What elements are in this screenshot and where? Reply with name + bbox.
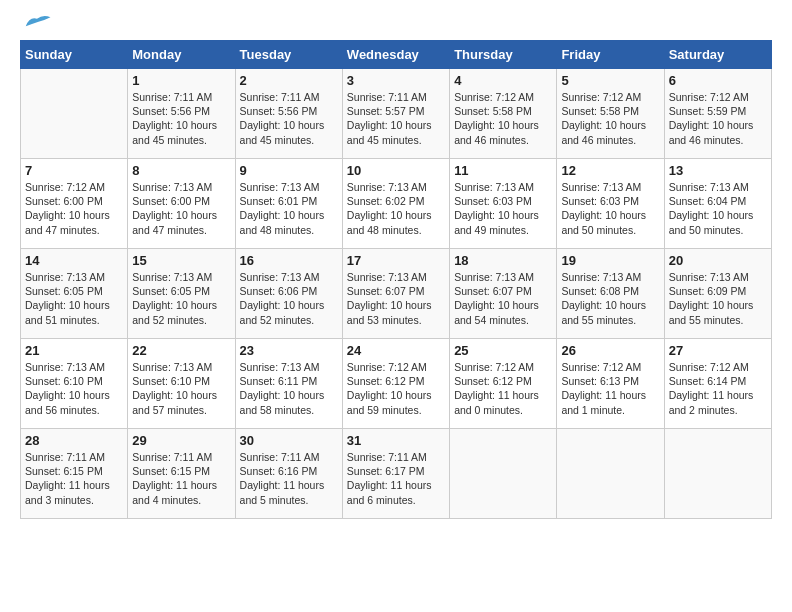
day-number: 10 <box>347 163 445 178</box>
day-number: 22 <box>132 343 230 358</box>
day-info: Sunrise: 7:13 AM Sunset: 6:00 PM Dayligh… <box>132 180 230 237</box>
day-number: 7 <box>25 163 123 178</box>
day-number: 8 <box>132 163 230 178</box>
calendar-cell: 1Sunrise: 7:11 AM Sunset: 5:56 PM Daylig… <box>128 69 235 159</box>
calendar-cell: 17Sunrise: 7:13 AM Sunset: 6:07 PM Dayli… <box>342 249 449 339</box>
day-info: Sunrise: 7:12 AM Sunset: 6:00 PM Dayligh… <box>25 180 123 237</box>
calendar-cell: 10Sunrise: 7:13 AM Sunset: 6:02 PM Dayli… <box>342 159 449 249</box>
column-header-saturday: Saturday <box>664 41 771 69</box>
day-info: Sunrise: 7:11 AM Sunset: 6:17 PM Dayligh… <box>347 450 445 507</box>
calendar-table: SundayMondayTuesdayWednesdayThursdayFrid… <box>20 40 772 519</box>
day-info: Sunrise: 7:13 AM Sunset: 6:03 PM Dayligh… <box>561 180 659 237</box>
day-number: 29 <box>132 433 230 448</box>
day-number: 3 <box>347 73 445 88</box>
day-number: 6 <box>669 73 767 88</box>
calendar-cell: 3Sunrise: 7:11 AM Sunset: 5:57 PM Daylig… <box>342 69 449 159</box>
calendar-cell <box>21 69 128 159</box>
calendar-cell: 2Sunrise: 7:11 AM Sunset: 5:56 PM Daylig… <box>235 69 342 159</box>
day-number: 12 <box>561 163 659 178</box>
logo-bird-icon <box>22 12 52 30</box>
day-info: Sunrise: 7:13 AM Sunset: 6:10 PM Dayligh… <box>132 360 230 417</box>
calendar-cell <box>450 429 557 519</box>
column-header-sunday: Sunday <box>21 41 128 69</box>
day-info: Sunrise: 7:12 AM Sunset: 6:12 PM Dayligh… <box>347 360 445 417</box>
day-number: 14 <box>25 253 123 268</box>
calendar-cell: 13Sunrise: 7:13 AM Sunset: 6:04 PM Dayli… <box>664 159 771 249</box>
column-header-monday: Monday <box>128 41 235 69</box>
day-info: Sunrise: 7:11 AM Sunset: 6:16 PM Dayligh… <box>240 450 338 507</box>
calendar-cell: 31Sunrise: 7:11 AM Sunset: 6:17 PM Dayli… <box>342 429 449 519</box>
day-info: Sunrise: 7:13 AM Sunset: 6:05 PM Dayligh… <box>132 270 230 327</box>
calendar-cell: 27Sunrise: 7:12 AM Sunset: 6:14 PM Dayli… <box>664 339 771 429</box>
day-number: 19 <box>561 253 659 268</box>
day-info: Sunrise: 7:12 AM Sunset: 5:58 PM Dayligh… <box>561 90 659 147</box>
day-info: Sunrise: 7:12 AM Sunset: 5:59 PM Dayligh… <box>669 90 767 147</box>
calendar-cell: 5Sunrise: 7:12 AM Sunset: 5:58 PM Daylig… <box>557 69 664 159</box>
calendar-cell: 26Sunrise: 7:12 AM Sunset: 6:13 PM Dayli… <box>557 339 664 429</box>
calendar-cell: 16Sunrise: 7:13 AM Sunset: 6:06 PM Dayli… <box>235 249 342 339</box>
day-info: Sunrise: 7:13 AM Sunset: 6:05 PM Dayligh… <box>25 270 123 327</box>
calendar-cell <box>664 429 771 519</box>
calendar-cell: 19Sunrise: 7:13 AM Sunset: 6:08 PM Dayli… <box>557 249 664 339</box>
day-number: 23 <box>240 343 338 358</box>
day-number: 5 <box>561 73 659 88</box>
day-info: Sunrise: 7:13 AM Sunset: 6:06 PM Dayligh… <box>240 270 338 327</box>
day-info: Sunrise: 7:12 AM Sunset: 5:58 PM Dayligh… <box>454 90 552 147</box>
day-info: Sunrise: 7:13 AM Sunset: 6:03 PM Dayligh… <box>454 180 552 237</box>
calendar-week-row: 28Sunrise: 7:11 AM Sunset: 6:15 PM Dayli… <box>21 429 772 519</box>
logo <box>20 20 52 30</box>
day-info: Sunrise: 7:12 AM Sunset: 6:13 PM Dayligh… <box>561 360 659 417</box>
day-info: Sunrise: 7:11 AM Sunset: 5:57 PM Dayligh… <box>347 90 445 147</box>
day-info: Sunrise: 7:13 AM Sunset: 6:08 PM Dayligh… <box>561 270 659 327</box>
calendar-cell: 23Sunrise: 7:13 AM Sunset: 6:11 PM Dayli… <box>235 339 342 429</box>
calendar-week-row: 1Sunrise: 7:11 AM Sunset: 5:56 PM Daylig… <box>21 69 772 159</box>
day-info: Sunrise: 7:11 AM Sunset: 6:15 PM Dayligh… <box>132 450 230 507</box>
calendar-week-row: 7Sunrise: 7:12 AM Sunset: 6:00 PM Daylig… <box>21 159 772 249</box>
calendar-cell: 18Sunrise: 7:13 AM Sunset: 6:07 PM Dayli… <box>450 249 557 339</box>
day-number: 13 <box>669 163 767 178</box>
day-number: 1 <box>132 73 230 88</box>
calendar-cell: 8Sunrise: 7:13 AM Sunset: 6:00 PM Daylig… <box>128 159 235 249</box>
calendar-header-row: SundayMondayTuesdayWednesdayThursdayFrid… <box>21 41 772 69</box>
calendar-cell: 7Sunrise: 7:12 AM Sunset: 6:00 PM Daylig… <box>21 159 128 249</box>
day-info: Sunrise: 7:13 AM Sunset: 6:09 PM Dayligh… <box>669 270 767 327</box>
day-info: Sunrise: 7:13 AM Sunset: 6:11 PM Dayligh… <box>240 360 338 417</box>
calendar-cell: 11Sunrise: 7:13 AM Sunset: 6:03 PM Dayli… <box>450 159 557 249</box>
page-header <box>20 20 772 30</box>
calendar-cell: 29Sunrise: 7:11 AM Sunset: 6:15 PM Dayli… <box>128 429 235 519</box>
day-number: 16 <box>240 253 338 268</box>
calendar-cell <box>557 429 664 519</box>
calendar-cell: 28Sunrise: 7:11 AM Sunset: 6:15 PM Dayli… <box>21 429 128 519</box>
day-number: 24 <box>347 343 445 358</box>
day-number: 21 <box>25 343 123 358</box>
day-info: Sunrise: 7:13 AM Sunset: 6:01 PM Dayligh… <box>240 180 338 237</box>
day-info: Sunrise: 7:13 AM Sunset: 6:10 PM Dayligh… <box>25 360 123 417</box>
day-info: Sunrise: 7:13 AM Sunset: 6:04 PM Dayligh… <box>669 180 767 237</box>
day-number: 26 <box>561 343 659 358</box>
day-number: 17 <box>347 253 445 268</box>
day-number: 11 <box>454 163 552 178</box>
column-header-friday: Friday <box>557 41 664 69</box>
day-info: Sunrise: 7:12 AM Sunset: 6:14 PM Dayligh… <box>669 360 767 417</box>
calendar-cell: 12Sunrise: 7:13 AM Sunset: 6:03 PM Dayli… <box>557 159 664 249</box>
day-info: Sunrise: 7:12 AM Sunset: 6:12 PM Dayligh… <box>454 360 552 417</box>
day-number: 31 <box>347 433 445 448</box>
column-header-wednesday: Wednesday <box>342 41 449 69</box>
calendar-cell: 9Sunrise: 7:13 AM Sunset: 6:01 PM Daylig… <box>235 159 342 249</box>
calendar-cell: 30Sunrise: 7:11 AM Sunset: 6:16 PM Dayli… <box>235 429 342 519</box>
calendar-cell: 6Sunrise: 7:12 AM Sunset: 5:59 PM Daylig… <box>664 69 771 159</box>
calendar-cell: 24Sunrise: 7:12 AM Sunset: 6:12 PM Dayli… <box>342 339 449 429</box>
day-number: 28 <box>25 433 123 448</box>
column-header-thursday: Thursday <box>450 41 557 69</box>
day-number: 2 <box>240 73 338 88</box>
calendar-cell: 21Sunrise: 7:13 AM Sunset: 6:10 PM Dayli… <box>21 339 128 429</box>
calendar-cell: 14Sunrise: 7:13 AM Sunset: 6:05 PM Dayli… <box>21 249 128 339</box>
day-info: Sunrise: 7:13 AM Sunset: 6:07 PM Dayligh… <box>454 270 552 327</box>
day-info: Sunrise: 7:11 AM Sunset: 5:56 PM Dayligh… <box>240 90 338 147</box>
day-number: 27 <box>669 343 767 358</box>
day-number: 25 <box>454 343 552 358</box>
day-number: 15 <box>132 253 230 268</box>
day-number: 30 <box>240 433 338 448</box>
calendar-cell: 25Sunrise: 7:12 AM Sunset: 6:12 PM Dayli… <box>450 339 557 429</box>
day-info: Sunrise: 7:11 AM Sunset: 6:15 PM Dayligh… <box>25 450 123 507</box>
